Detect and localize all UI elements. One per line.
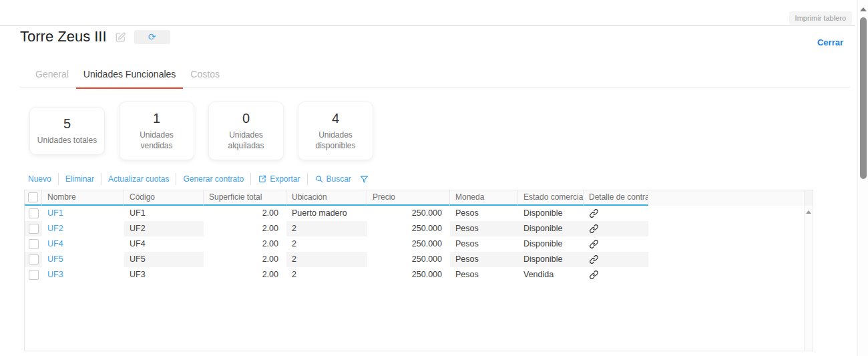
link-icon[interactable] (589, 270, 599, 280)
search-button[interactable]: Buscar (314, 174, 351, 184)
table-scrollbar-header-filler (805, 190, 813, 206)
contract-detail-cell (584, 221, 648, 236)
tab-unidades-funcionales[interactable]: Unidades Funcionales (76, 69, 184, 89)
window-scrollbar[interactable] (857, 0, 868, 356)
tab-general[interactable]: General (28, 69, 76, 89)
tab-costos[interactable]: Costos (183, 69, 227, 89)
grid-toolbar: Nuevo Eliminar Actualizar cuotas Generar… (28, 172, 369, 186)
cell-superficie: 2.00 (204, 236, 286, 252)
column-header-ubicacion[interactable]: Ubicación (286, 190, 367, 206)
filter-icon[interactable] (359, 174, 369, 184)
cell-moneda: Pesos (450, 236, 518, 252)
table-row[interactable]: UF5 UF5 2.00 2 250.000 Pesos Disponible (25, 252, 804, 267)
filler-cell (648, 221, 804, 236)
column-header-filler (648, 190, 804, 206)
link-icon[interactable] (589, 208, 599, 218)
column-header-nombre[interactable]: Nombre (42, 190, 124, 206)
cell-estado: Disponible (518, 221, 584, 236)
table-scrollbar[interactable] (804, 190, 813, 351)
card-label: Unidades vendidas (129, 130, 185, 151)
title-row: Torre Zeus III ⟳ (20, 28, 170, 45)
export-label: Exportar (270, 174, 300, 184)
contract-detail-cell (584, 236, 648, 252)
toolbar-separator (307, 173, 308, 185)
link-icon[interactable] (589, 239, 599, 249)
unit-link[interactable]: UF1 (47, 208, 63, 218)
row-checkbox[interactable] (29, 208, 39, 218)
row-checkbox[interactable] (29, 239, 39, 249)
print-board-button[interactable]: Imprimir tablero (789, 11, 852, 25)
table-scroll-up-icon[interactable] (806, 210, 811, 214)
unit-link[interactable]: UF4 (47, 239, 63, 248)
cell-estado: Disponible (518, 236, 584, 252)
window-scrollbar-thumb[interactable] (860, 17, 867, 179)
cell-superficie: 2.00 (204, 206, 286, 221)
table-header-row: Nombre Código Superficie total Ubicación… (25, 190, 804, 206)
table-row[interactable]: UF2 UF2 2.00 2 250.000 Pesos Disponible (25, 221, 804, 236)
cell-ubicacion: 2 (286, 236, 367, 252)
column-header-codigo[interactable]: Código (124, 190, 204, 206)
cell-estado: Vendida (518, 267, 584, 283)
cell-moneda: Pesos (450, 206, 518, 221)
row-checkbox[interactable] (29, 254, 39, 264)
search-icon (314, 174, 324, 184)
refresh-button[interactable]: ⟳ (134, 30, 170, 44)
unit-link[interactable]: UF2 (47, 224, 63, 233)
new-button[interactable]: Nuevo (28, 174, 51, 184)
units-table: Nombre Código Superficie total Ubicación… (24, 190, 813, 351)
row-checkbox[interactable] (29, 270, 39, 280)
card-label: Unidades totales (37, 135, 97, 146)
cell-ubicacion: 2 (286, 267, 367, 283)
contract-detail-cell (584, 267, 648, 283)
generate-contract-button[interactable]: Generar contrato (183, 174, 244, 184)
toolbar-separator (101, 173, 101, 185)
export-button[interactable]: Exportar (258, 174, 300, 184)
card-label: Unidades disponibles (308, 130, 364, 151)
column-header-superficie[interactable]: Superficie total (204, 190, 286, 206)
cell-ubicacion: 2 (286, 221, 367, 236)
link-icon[interactable] (589, 224, 599, 234)
update-quotas-button[interactable]: Actualizar cuotas (108, 174, 169, 184)
card-unidades-alquiladas: 0 Unidades alquiladas (208, 102, 284, 160)
tabs-divider (20, 87, 850, 87)
page-title: Torre Zeus III (20, 28, 107, 45)
toolbar-separator (176, 173, 176, 185)
scroll-up-icon[interactable] (860, 7, 867, 11)
unit-link[interactable]: UF3 (47, 270, 63, 279)
row-checkbox[interactable] (29, 224, 39, 234)
delete-button[interactable]: Eliminar (65, 174, 94, 184)
card-label: Unidades alquiladas (218, 130, 274, 151)
cell-codigo: UF3 (124, 267, 204, 283)
select-all-checkbox[interactable] (28, 192, 38, 202)
table-row[interactable]: UF4 UF4 2.00 2 250.000 Pesos Disponible (25, 236, 804, 252)
close-button[interactable]: Cerrar (817, 37, 843, 47)
cell-moneda: Pesos (450, 221, 518, 236)
column-header-estado[interactable]: Estado comercial (518, 190, 584, 206)
cell-estado: Disponible (518, 252, 584, 267)
select-all-cell (25, 190, 42, 206)
cell-codigo: UF2 (124, 221, 204, 236)
cell-precio: 250.000 (367, 221, 450, 236)
cell-ubicacion: Puerto madero (286, 206, 367, 221)
top-divider (0, 25, 855, 26)
cell-codigo: UF5 (124, 252, 204, 267)
card-unidades-vendidas: 1 Unidades vendidas (119, 102, 194, 160)
column-header-moneda[interactable]: Moneda (450, 190, 518, 206)
link-icon[interactable] (589, 254, 599, 264)
export-icon (258, 174, 267, 184)
card-value: 5 (37, 116, 97, 132)
tab-bar: General Unidades Funcionales Costos (28, 69, 227, 89)
cell-precio: 250.000 (367, 267, 450, 283)
table-row[interactable]: UF3 UF3 2.00 2 250.000 Pesos Vendida (25, 267, 804, 283)
edit-title-icon[interactable] (115, 31, 126, 43)
filler-cell (648, 252, 804, 267)
card-value: 1 (126, 111, 187, 126)
unit-link[interactable]: UF5 (47, 254, 63, 264)
column-header-detalle[interactable]: Detalle de contratos (584, 190, 648, 206)
table-row[interactable]: UF1 UF1 2.00 Puerto madero 250.000 Pesos… (25, 206, 804, 221)
column-header-precio[interactable]: Precio (367, 190, 450, 206)
card-value: 4 (305, 111, 366, 126)
summary-cards: 5 Unidades totales 1 Unidades vendidas 0… (29, 102, 373, 160)
cell-superficie: 2.00 (204, 221, 286, 236)
cell-precio: 250.000 (367, 252, 450, 267)
